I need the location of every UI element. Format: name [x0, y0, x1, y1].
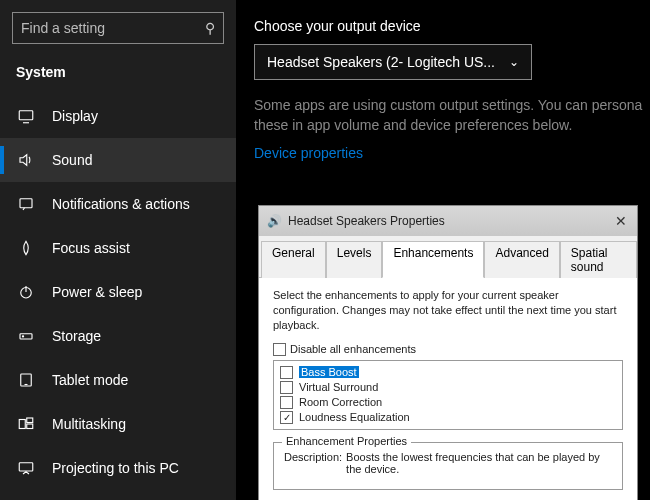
storage-icon [16, 326, 36, 346]
svg-rect-12 [19, 463, 33, 471]
search-input[interactable] [21, 20, 205, 36]
description-text: Boosts the lowest frequencies that can b… [346, 451, 612, 475]
sidebar-item-multitasking[interactable]: Multitasking [0, 402, 236, 446]
disable-all-row[interactable]: Disable all enhancements [273, 343, 623, 356]
properties-dialog: 🔊 Headset Speakers Properties ✕ General … [258, 205, 638, 500]
nav-label: Storage [52, 328, 101, 344]
tab-enhancements[interactable]: Enhancements [382, 241, 484, 278]
tab-spatial-sound[interactable]: Spatial sound [560, 241, 637, 278]
enhancement-label: Virtual Surround [299, 381, 378, 393]
tab-general[interactable]: General [261, 241, 326, 278]
svg-rect-0 [19, 111, 33, 120]
nav-label: Notifications & actions [52, 196, 190, 212]
svg-rect-10 [27, 418, 33, 423]
dialog-titlebar[interactable]: 🔊 Headset Speakers Properties ✕ [259, 206, 637, 236]
nav-label: Tablet mode [52, 372, 128, 388]
instructions-text: Select the enhancements to apply for you… [273, 288, 623, 333]
nav-label: Display [52, 108, 98, 124]
notifications-icon [16, 194, 36, 214]
sidebar-item-tablet-mode[interactable]: Tablet mode [0, 358, 236, 402]
search-icon: ⚲ [205, 20, 215, 36]
sidebar-item-projecting[interactable]: Projecting to this PC [0, 446, 236, 490]
speaker-icon: 🔊 [267, 214, 282, 228]
close-button[interactable]: ✕ [611, 213, 631, 229]
device-properties-link[interactable]: Device properties [254, 145, 650, 161]
properties-legend: Enhancement Properties [282, 435, 411, 447]
multitasking-icon [16, 414, 36, 434]
enhancement-bass-boost[interactable]: Bass Boost [280, 365, 616, 380]
search-box[interactable]: ⚲ [12, 12, 224, 44]
enhancement-room-correction[interactable]: Room Correction [280, 395, 616, 410]
focus-icon [16, 238, 36, 258]
nav-label: Multitasking [52, 416, 126, 432]
dialog-title: Headset Speakers Properties [288, 214, 611, 228]
enhancement-label: Bass Boost [299, 366, 359, 378]
dialog-body: Select the enhancements to apply for you… [259, 278, 637, 500]
checkbox[interactable]: ✓ [280, 411, 293, 424]
tab-advanced[interactable]: Advanced [484, 241, 559, 278]
disable-all-checkbox[interactable] [273, 343, 286, 356]
nav-label: Power & sleep [52, 284, 142, 300]
section-header: System [0, 58, 236, 94]
svg-rect-9 [19, 420, 25, 429]
power-icon [16, 282, 36, 302]
settings-sidebar: ⚲ System Display Sound Notifications & a… [0, 0, 236, 500]
sidebar-item-focus-assist[interactable]: Focus assist [0, 226, 236, 270]
svg-rect-5 [20, 334, 32, 339]
sound-icon [16, 150, 36, 170]
display-icon [16, 106, 36, 126]
disable-all-label: Disable all enhancements [290, 343, 416, 355]
sidebar-item-storage[interactable]: Storage [0, 314, 236, 358]
svg-rect-11 [27, 424, 33, 429]
checkbox[interactable] [280, 381, 293, 394]
nav-label: Projecting to this PC [52, 460, 179, 476]
sidebar-item-display[interactable]: Display [0, 94, 236, 138]
projecting-icon [16, 458, 36, 478]
checkbox[interactable] [280, 366, 293, 379]
nav-label: Sound [52, 152, 92, 168]
dropdown-value: Headset Speakers (2- Logitech US... [267, 54, 495, 70]
dialog-tabs: General Levels Enhancements Advanced Spa… [259, 236, 637, 278]
enhancement-virtual-surround[interactable]: Virtual Surround [280, 380, 616, 395]
enhancement-label: Loudness Equalization [299, 411, 410, 423]
nav-label: Focus assist [52, 240, 130, 256]
enhancement-label: Room Correction [299, 396, 382, 408]
enhancements-list: Bass Boost Virtual Surround Room Correct… [273, 360, 623, 430]
tab-levels[interactable]: Levels [326, 241, 383, 278]
svg-rect-2 [20, 199, 32, 208]
enhancement-loudness-eq[interactable]: ✓ Loudness Equalization [280, 410, 616, 425]
output-device-label: Choose your output device [254, 18, 650, 34]
chevron-down-icon: ⌄ [509, 55, 519, 69]
svg-point-6 [22, 336, 23, 337]
tablet-icon [16, 370, 36, 390]
sidebar-item-notifications[interactable]: Notifications & actions [0, 182, 236, 226]
enhancement-properties-box: Enhancement Properties Description: Boos… [273, 442, 623, 490]
checkbox[interactable] [280, 396, 293, 409]
description-label: Description: [284, 451, 342, 475]
sidebar-item-sound[interactable]: Sound [0, 138, 236, 182]
output-description: Some apps are using custom output settin… [254, 96, 650, 135]
output-device-dropdown[interactable]: Headset Speakers (2- Logitech US... ⌄ [254, 44, 532, 80]
sidebar-item-power-sleep[interactable]: Power & sleep [0, 270, 236, 314]
